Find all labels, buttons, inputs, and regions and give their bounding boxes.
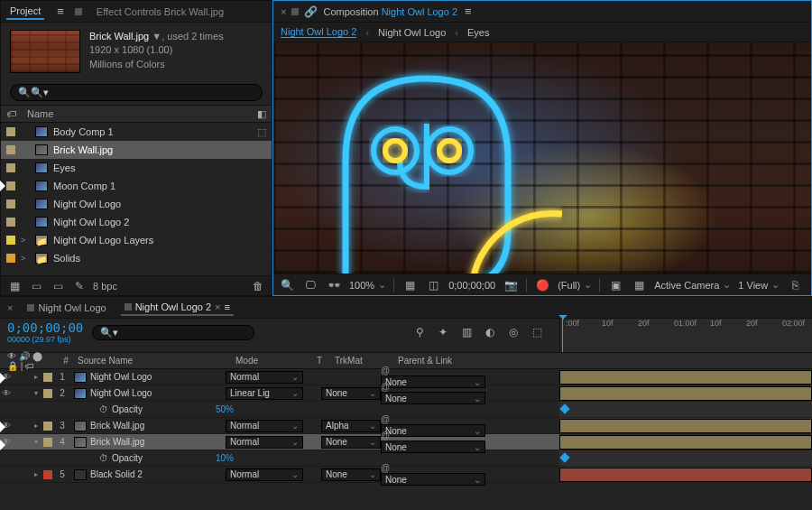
viewer-time[interactable]: 0;00;00;00 [448,280,495,291]
project-item[interactable]: >Night Owl Logo Layers [1,231,272,249]
parent-select[interactable]: None [381,440,485,453]
resolution-select[interactable]: (Full) [558,279,592,291]
blend-mode-select[interactable]: Normal [226,420,303,432]
new-folder-icon[interactable]: ▭ [50,278,66,294]
roi-icon[interactable]: ▣ [607,277,623,293]
composition-viewer[interactable] [273,42,811,274]
parent-select[interactable]: None [381,473,485,486]
close-icon[interactable]: × [7,302,13,313]
project-item[interactable]: >Solids [1,249,272,267]
keyframe-icon[interactable] [559,451,572,466]
timeline-tab[interactable]: Night Owl Logo 2 × ≡ [121,300,234,316]
tag-icon[interactable]: 🏷 [6,108,16,119]
breadcrumb-item[interactable]: Night Owl Logo [378,27,446,38]
breadcrumb-item[interactable]: Eyes [467,27,489,38]
layer-bar[interactable] [559,419,812,433]
trkmat-select[interactable]: None [321,436,381,449]
track-row[interactable] [559,450,812,467]
time-ruler[interactable]: :00f10f20f01:00f10f20f02:00f [559,319,812,352]
project-item[interactable]: Eyes [1,159,272,177]
tab-effect-controls[interactable]: Effect Controls Brick Wall.jpg [93,5,227,19]
twisty-icon[interactable]: > [21,254,30,263]
blend-mode-select[interactable]: Normal [226,436,303,449]
layer-row[interactable]: 👁▾2Night Owl LogoLinear LigNone@None [0,385,559,402]
visibility-icon[interactable]: 👁 [0,388,13,398]
column-av-icons[interactable]: 👁 🔊 ⬤ 🔒 | 🏷 [4,351,58,371]
stopwatch-icon[interactable]: ⏱ [99,453,108,463]
tab-project[interactable]: Project [6,4,44,20]
layer-bar[interactable] [559,435,812,450]
project-item[interactable]: Brick Wall.jpg [1,141,272,159]
pickwhip-icon[interactable]: @ [381,431,390,440]
label-swatch[interactable] [43,438,52,447]
bpc-label[interactable]: 8 bpc [93,281,117,292]
pickwhip-icon[interactable]: @ [381,366,390,376]
breadcrumb-item[interactable]: Night Owl Logo 2 [281,26,356,38]
comp-panel-menu-icon[interactable]: ≡ [465,5,472,18]
label-swatch[interactable] [43,373,52,382]
trkmat-select[interactable]: Alpha [321,420,381,432]
monitor-icon[interactable]: 🖵 [302,277,318,293]
asset-name[interactable]: Brick Wall.jpg [89,31,149,42]
project-item[interactable]: Body Comp 1⬚ [1,123,272,141]
label-swatch[interactable] [6,163,15,172]
graph-editor-icon[interactable]: ◎ [505,324,521,340]
trash-icon[interactable]: 🗑 [250,278,266,294]
blend-mode-select[interactable]: Normal [226,371,303,384]
twisty-icon[interactable]: ▸ [31,373,42,381]
view-options-icon[interactable]: ⎘ [787,277,803,293]
transparency-icon[interactable]: ▦ [631,277,647,293]
zoom-select[interactable]: 100% [349,279,386,291]
column-mode[interactable]: Mode [232,356,313,366]
twisty-icon[interactable]: ▸ [31,470,42,478]
twisty-icon[interactable]: ▸ [31,422,42,430]
project-item[interactable]: Moon Comp 1 [1,177,272,195]
grid-icon[interactable]: ▦ [401,277,418,293]
column-number[interactable]: # [58,356,74,366]
draft3d-icon[interactable]: ✦ [435,324,451,340]
frame-blend-icon[interactable]: ▥ [458,324,475,340]
trkmat-select[interactable]: None [321,468,381,481]
magnify-icon[interactable]: 🔍 [279,277,295,293]
project-item[interactable]: Night Owl Logo [1,195,272,213]
property-value[interactable]: 50% [216,404,234,414]
panel-menu-icon[interactable]: ≡ [224,301,229,312]
interpret-footage-icon[interactable]: ▦ [6,278,23,294]
label-swatch[interactable] [43,422,52,431]
twisty-icon[interactable]: > [21,236,30,245]
track-row[interactable] [559,418,812,434]
snapshot-icon[interactable]: 📷 [503,277,519,293]
channel-icon[interactable]: 🔴 [534,277,550,293]
column-t[interactable]: T [313,356,331,366]
column-source-name[interactable]: Source Name [74,356,232,366]
pickwhip-icon[interactable]: @ [381,382,390,392]
shy-icon[interactable]: ⚲ [411,324,428,340]
parent-select[interactable]: None [381,392,485,404]
property-value[interactable]: 10% [216,453,234,463]
label-swatch[interactable] [6,236,15,245]
layer-bar[interactable] [559,468,812,482]
pickwhip-icon[interactable]: @ [381,414,390,424]
motion-blur-icon[interactable]: ◐ [482,324,498,340]
layers-right[interactable] [559,369,812,483]
track-row[interactable] [559,434,812,450]
panel-menu-icon[interactable]: ≡ [57,5,64,18]
keyframe-icon[interactable] [559,403,572,417]
column-trkmat[interactable]: TrkMat [331,356,394,366]
column-type-icon[interactable]: ◧ [257,108,266,120]
label-swatch[interactable] [43,389,52,398]
track-row[interactable] [559,369,812,385]
pickwhip-icon[interactable]: @ [381,463,390,473]
label-swatch[interactable] [6,218,15,227]
brainstorm-icon[interactable]: ⬚ [529,324,545,340]
label-swatch[interactable] [6,145,15,154]
label-swatch[interactable] [6,254,15,263]
mask-icon[interactable]: 👓 [326,277,342,293]
current-timecode[interactable]: 0;00;00;00 [7,320,83,335]
label-swatch[interactable] [6,127,15,136]
guides-icon[interactable]: ◫ [425,277,441,293]
trkmat-select[interactable]: None [321,387,381,400]
label-swatch[interactable] [43,470,52,479]
layer-bar[interactable] [559,386,812,401]
comp-title[interactable]: Composition Night Owl Logo 2 [323,6,457,17]
